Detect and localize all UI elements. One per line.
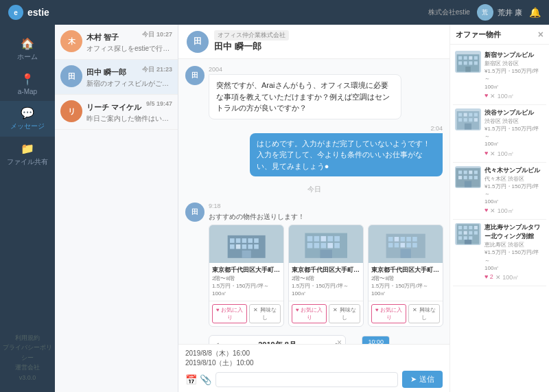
- offer-discard-icon[interactable]: ✕ 100㎡: [490, 150, 514, 159]
- sender-name: 木村 智子今日 10:27: [86, 33, 119, 41]
- svg-rect-78: [465, 240, 471, 244]
- sidebar-item-amap[interactable]: 📍 a-Map: [0, 67, 55, 101]
- user-name: 荒井 康: [498, 8, 522, 18]
- offer-panel-close-button[interactable]: ×: [538, 29, 544, 40]
- chat-input[interactable]: [215, 372, 398, 387]
- time-slots: 10:00 10:30 11:00 11:30 12:00 12:30: [362, 336, 390, 344]
- avatar: 田: [60, 65, 82, 87]
- svg-rect-65: [465, 181, 471, 187]
- paperclip-icon[interactable]: 📎: [200, 374, 211, 385]
- bubble-content: 2:04 はじめです。入力がまだ完了していないようです！入力を完了して、今よりも…: [250, 125, 443, 177]
- sender-name: リーチ マイケル9/5 19:47: [86, 103, 141, 111]
- scheduled-times: 2019/8/8（木）16:00 2019/8/10（土）10:00: [185, 349, 443, 368]
- svg-rect-35: [400, 249, 410, 257]
- svg-rect-15: [320, 235, 326, 241]
- offer-info: 代々木サンプルビル 代々木区 渋谷区¥1.5万円・150万円/坪～100㎡ ♥ …: [484, 166, 544, 216]
- offer-building-image: [455, 166, 481, 188]
- offer-building-image: [455, 223, 481, 245]
- no-button[interactable]: ✕ 興味なし: [329, 304, 360, 323]
- svg-rect-54: [474, 118, 478, 122]
- scheduled-time-2: 2019/8/10（土）10:00: [185, 358, 443, 368]
- property-actions: ♥ お気に入り ✕ 興味なし: [369, 301, 443, 326]
- svg-rect-63: [469, 176, 472, 179]
- list-item[interactable]: リ リーチ マイケル9/5 19:47 昨日ご案内した物件はいかがでしたで…: [55, 95, 178, 130]
- send-button[interactable]: ➤ 送信: [402, 371, 443, 388]
- no-button[interactable]: ✕ 興味なし: [408, 304, 440, 323]
- svg-rect-70: [474, 226, 478, 229]
- sidebar-item-home[interactable]: 🏠 ホーム: [0, 32, 55, 67]
- avatar: 田: [185, 203, 205, 222]
- svg-rect-41: [458, 61, 462, 65]
- property-image: [209, 225, 283, 263]
- svg-rect-16: [327, 235, 333, 241]
- property-detail: 2階〜8階1.5万円・150万円/坪～100㎡: [212, 275, 281, 298]
- calendar-widget[interactable]: × ◀ 2019年 8月 ▶ 日 月 火 水: [209, 335, 346, 344]
- favorite-button[interactable]: ♥ お気に入り: [212, 304, 247, 323]
- svg-rect-3: [242, 238, 246, 243]
- offer-favorite-icon[interactable]: ♥ 2: [484, 273, 493, 282]
- input-icons: 📅 📎: [185, 374, 211, 385]
- chat-avatar: 田: [187, 31, 209, 53]
- message-info: 木村 智子今日 10:27 オフィス探しをestieで行っていたとこ…: [86, 30, 172, 54]
- sidebar-item-files[interactable]: 📁 ファイル共有: [0, 137, 55, 172]
- property-card: 東京都千代田区大手町1丁目9-5 2階〜8階1.5万円・150万円/坪～100㎡…: [368, 224, 443, 327]
- list-item[interactable]: 木 木村 智子今日 10:27 オフィス探しをestieで行っていたとこ…: [55, 25, 178, 60]
- list-item[interactable]: 田 田中 瞬一郎今日 21:23 新宿のオフィスビルがございますので…: [55, 60, 178, 95]
- message-row: 2:04 はじめです。入力がまだ完了していないようです！入力を完了して、今よりも…: [185, 125, 443, 177]
- chat-person-info: オフィス仲介業株式会社 田中 瞬一郎: [214, 30, 289, 53]
- svg-rect-75: [458, 236, 462, 240]
- bubble-text: はじめです。入力がまだ完了していないようです！入力を完了して、今よりも条件のいい…: [250, 133, 443, 177]
- offer-actions: ♥ 2 ✕ 100㎡: [484, 273, 544, 282]
- offer-favorite-icon[interactable]: ♥: [484, 150, 488, 159]
- offer-favorite-icon[interactable]: ♥: [484, 207, 488, 216]
- chat-person-name: 田中 瞬一郎: [214, 41, 289, 53]
- sender-name: 田中 瞬一郎今日 21:23: [86, 68, 126, 76]
- calendar-icon[interactable]: 📅: [185, 374, 197, 385]
- offer-item: 新宿サンプルビル 新宿区 渋谷区¥1.5万円・150万円/坪～100㎡ ♥ ✕ …: [453, 47, 546, 105]
- sidebar-label-messages: メッセージ: [10, 122, 45, 131]
- svg-rect-5: [254, 238, 259, 243]
- offer-discard-icon[interactable]: ✕ 100㎡: [490, 207, 514, 216]
- sidebar-spacer: [0, 172, 55, 330]
- svg-rect-4: [248, 238, 253, 243]
- offer-panel: オファー物件 ×: [449, 25, 549, 392]
- offer-info: 渋谷サンプルビル 渋谷区 渋谷区¥1.5万円・150万円/坪～100㎡ ♥ ✕ …: [484, 108, 544, 159]
- svg-rect-68: [464, 226, 467, 229]
- prev-month-button[interactable]: ◀: [213, 341, 219, 344]
- svg-rect-45: [465, 67, 471, 72]
- offer-discard-icon[interactable]: ✕ 100㎡: [495, 273, 519, 282]
- favorite-button[interactable]: ♥ お気に入り: [371, 304, 406, 323]
- svg-rect-32: [400, 242, 405, 247]
- offer-discard-icon[interactable]: ✕ 100㎡: [490, 92, 514, 101]
- svg-rect-62: [464, 176, 467, 179]
- no-button[interactable]: ✕ 興味なし: [249, 304, 281, 323]
- map-icon: 📍: [21, 73, 34, 86]
- privacy-link[interactable]: プライバシーポリシー: [3, 343, 52, 362]
- offer-building-svg: [455, 51, 481, 73]
- svg-rect-71: [458, 231, 462, 235]
- message-preview: 新宿のオフィスビルがございますので…: [86, 79, 172, 89]
- calendar-close-button[interactable]: ×: [337, 338, 342, 344]
- bell-icon[interactable]: 🔔: [529, 7, 541, 18]
- offer-sub: 恵比寿区 渋谷区¥1.5万円・150万円/坪～100㎡: [484, 241, 544, 272]
- sidebar-item-messages[interactable]: 💬 メッセージ: [0, 101, 55, 137]
- svg-rect-40: [474, 56, 478, 60]
- offer-sub: 新宿区 渋谷区¥1.5万円・150万円/坪～100㎡: [484, 60, 544, 91]
- building-svg: [217, 229, 276, 260]
- favorite-button[interactable]: ♥ お気に入り: [292, 304, 327, 323]
- terms-link[interactable]: 利用規約: [3, 333, 52, 343]
- svg-rect-64: [474, 176, 478, 179]
- logo-icon: e: [8, 5, 23, 20]
- svg-rect-25: [388, 237, 393, 242]
- avatar: リ: [60, 100, 82, 122]
- offer-favorite-icon[interactable]: ♥: [484, 92, 488, 101]
- offer-item: 代々木サンプルビル 代々木区 渋谷区¥1.5万円・150万円/坪～100㎡ ♥ …: [453, 163, 546, 220]
- time-slot[interactable]: 10:00: [362, 336, 389, 344]
- company-link[interactable]: 運営会社: [3, 362, 52, 372]
- home-icon: 🏠: [21, 37, 34, 50]
- calendar-header: ◀ 2019年 8月 ▶: [213, 340, 341, 344]
- svg-rect-19: [314, 242, 319, 248]
- svg-rect-74: [474, 231, 478, 235]
- svg-rect-72: [464, 231, 467, 235]
- offer-info: 恵比寿サンプルタワー北ウィング別館 恵比寿区 渋谷区¥1.5万円・150万円/坪…: [484, 223, 544, 282]
